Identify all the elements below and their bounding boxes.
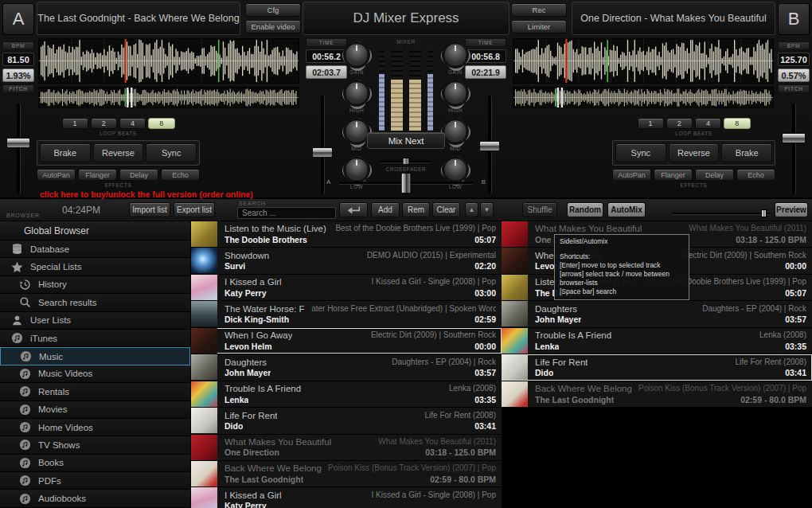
preview-button[interactable]: Preview xyxy=(775,202,808,217)
loop-beat-button[interactable]: 1 xyxy=(638,118,664,129)
preview-volume-slider[interactable] xyxy=(673,209,770,217)
sidebar-item[interactable]: Audiobooks xyxy=(0,490,190,507)
sidebar-item-label: Movies xyxy=(38,404,67,414)
sidebar-item[interactable]: TV Shows xyxy=(0,436,190,454)
sidebar-item[interactable]: Rentals xyxy=(0,383,190,401)
transport-button[interactable]: Brake xyxy=(721,143,772,162)
deck-b-waveform[interactable] xyxy=(513,38,774,84)
transport-button[interactable]: Reverse xyxy=(669,143,720,162)
track-row[interactable]: ShowdownDEMO AUDIO (2015) | Experimental… xyxy=(191,248,502,274)
loop-beat-button[interactable]: 4 xyxy=(695,118,721,129)
mix-progress-handle[interactable] xyxy=(403,158,410,165)
track-row[interactable]: Trouble Is A FriendLenka (2008) Lenka03:… xyxy=(191,381,502,408)
eq-knob[interactable] xyxy=(443,119,467,143)
effect-button[interactable]: AutoPan xyxy=(37,169,76,181)
effect-button[interactable]: Delay xyxy=(119,169,158,181)
transport-button[interactable]: Sync xyxy=(615,143,666,162)
deck-b-pitch-fader[interactable] xyxy=(780,102,807,196)
clear-button[interactable]: Clear xyxy=(432,202,460,217)
loop-beat-button[interactable]: 2 xyxy=(91,118,117,129)
sidebar-item[interactable]: Database xyxy=(0,240,190,258)
automix-button[interactable]: AutoMix xyxy=(607,202,646,217)
unlock-link[interactable]: click here to buy/unlock the full versio… xyxy=(40,190,253,199)
track-row[interactable]: When I Go AwayElectric Dirt (2009) | Sou… xyxy=(191,328,502,354)
export-list-button[interactable]: Export list xyxy=(174,202,215,217)
track-row[interactable]: Life For RentLife For Rent (2008) Dido03… xyxy=(191,408,502,434)
import-list-button[interactable]: Import list xyxy=(129,202,170,217)
effect-button[interactable]: Delay xyxy=(695,169,734,181)
mix-next-button[interactable]: Mix Next xyxy=(367,132,445,149)
crossfader[interactable]: A B xyxy=(339,172,473,194)
eq-knob[interactable] xyxy=(443,43,467,67)
search-label: SEARCH xyxy=(239,201,266,206)
deck-a-pitch-fader-handle[interactable] xyxy=(6,138,30,148)
search-input[interactable] xyxy=(237,207,336,219)
sidebar-item[interactable]: Search results xyxy=(0,294,190,311)
preview-volume-handle[interactable] xyxy=(761,209,767,217)
rec-button[interactable]: Rec xyxy=(511,3,567,17)
sidebar-item[interactable]: Special Lists xyxy=(0,258,190,275)
sidebar-item[interactable]: Books xyxy=(0,455,190,472)
sidebar-item[interactable]: iTunes xyxy=(0,330,190,347)
album-art xyxy=(502,354,528,380)
limiter-button[interactable]: Limiter xyxy=(511,20,567,33)
sidebar-item[interactable]: PDFs xyxy=(0,472,190,490)
effect-button[interactable]: Echo xyxy=(161,169,200,181)
return-button[interactable] xyxy=(339,202,368,217)
sidebar-item[interactable]: User Lists xyxy=(0,312,190,330)
enable-video-button[interactable]: Enable video xyxy=(245,20,301,33)
deck-a-pitch-fader[interactable] xyxy=(5,102,32,196)
add-button[interactable]: Add xyxy=(371,202,400,217)
effect-button[interactable]: Flanger xyxy=(654,169,693,181)
track-row[interactable]: I Kissed a GirlI Kissed a Girl - Single … xyxy=(191,275,502,301)
track-row[interactable]: Life For RentLife For Rent (2008) Dido03… xyxy=(502,354,812,381)
transport-button[interactable]: Brake xyxy=(40,143,91,162)
track-row[interactable]: Trouble Is A FriendLenka (2008) Lenka03:… xyxy=(502,328,812,354)
track-duration: 03:41 xyxy=(785,368,806,377)
loop-beat-button[interactable]: 1 xyxy=(62,118,88,129)
track-row[interactable]: DaughtersDaughters - EP (2004) | Rock Jo… xyxy=(191,354,502,381)
track-title: Trouble Is A Friend xyxy=(224,384,301,393)
eq-knob[interactable] xyxy=(443,81,467,105)
loop-beat-button[interactable]: 8 xyxy=(724,118,750,129)
effect-button[interactable]: AutoPan xyxy=(612,169,651,181)
eq-knob[interactable] xyxy=(345,119,369,143)
bpm-label: BPM xyxy=(2,41,34,50)
sidebar-item[interactable]: History xyxy=(0,276,190,294)
deck-a-mini-waveform[interactable] xyxy=(38,87,299,108)
cfg-button[interactable]: Cfg xyxy=(245,3,301,17)
track-row[interactable]: Back Where We BelongPoison Kiss (Bonus T… xyxy=(191,461,502,487)
effect-button[interactable]: Echo xyxy=(736,169,775,181)
sidebar-item[interactable]: Movies xyxy=(0,401,190,419)
loop-beat-button[interactable]: 4 xyxy=(119,118,146,129)
track-row[interactable]: Back Where We BelongPoison Kiss (Bonus T… xyxy=(502,381,812,408)
transport-button[interactable]: Sync xyxy=(146,143,197,162)
mix-progress-slider[interactable] xyxy=(381,158,431,165)
track-row[interactable]: Listen to the Music (Live)Best of the Do… xyxy=(191,221,502,248)
loop-beat-button[interactable]: 2 xyxy=(666,118,693,129)
sidebar-item[interactable]: Home Videos xyxy=(0,419,190,436)
move-up-button[interactable]: ▲ xyxy=(465,202,478,217)
eq-knob[interactable] xyxy=(345,81,369,105)
rem-button[interactable]: Rem xyxy=(402,202,430,217)
deck-a-pitch-value: 1.93% xyxy=(2,68,34,82)
eq-knob[interactable] xyxy=(345,43,369,67)
deck-b-pitch-fader-handle[interactable] xyxy=(782,133,806,143)
track-row[interactable]: The Water Horse: Free Extractater Horse … xyxy=(191,301,502,327)
sidebar-item[interactable]: Music Videos xyxy=(0,365,190,383)
deck-a-waveform[interactable] xyxy=(38,38,299,84)
move-down-button[interactable]: ▼ xyxy=(480,202,494,217)
loop-beat-button[interactable]: 8 xyxy=(148,118,174,129)
transport-button[interactable]: Reverse xyxy=(93,143,144,162)
sidebar-item[interactable]: Music xyxy=(0,347,190,365)
effect-button[interactable]: Flanger xyxy=(78,169,117,181)
track-row[interactable]: What Makes You BeautifulWhat Makes You B… xyxy=(191,435,502,461)
deck-a-volume-handle[interactable] xyxy=(312,147,333,158)
track-row[interactable]: I Kissed a GirlI Kissed a Girl - Single … xyxy=(191,487,502,508)
crossfader-handle[interactable] xyxy=(401,173,412,193)
random-button[interactable]: Random xyxy=(567,202,603,217)
track-row[interactable]: DaughtersDaughters - EP (2004) | Rock Jo… xyxy=(502,301,812,327)
deck-b-mini-waveform[interactable] xyxy=(513,87,774,108)
shuffle-button[interactable]: Shuffle xyxy=(522,202,557,217)
deck-b-volume-handle[interactable] xyxy=(479,141,500,151)
